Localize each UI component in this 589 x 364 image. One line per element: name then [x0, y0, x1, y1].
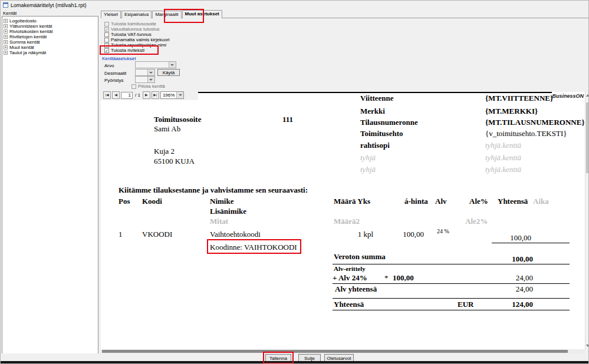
- doc-field-label: tyhjä: [360, 153, 376, 163]
- window-title: Lomakemäärittelyt (mtilvah1.rpt): [11, 2, 87, 8]
- checkbox-icon[interactable]: [104, 38, 109, 42]
- option-valuuttatunnus-tulostus[interactable]: ✓ Valuuttatunnus tulostus: [104, 27, 160, 32]
- doc-field-value: {MT.MERKKI}: [485, 107, 538, 116]
- zoom-select[interactable]: 196%: [160, 91, 184, 99]
- option-piilota-kentta[interactable]: Piilota kenttä: [131, 84, 165, 89]
- chevron-down-icon: [170, 64, 174, 66]
- annotation-muut-asetukset-tab: [164, 9, 204, 23]
- doc-field-value: {MT.TILAUSNUMERONNE}: [485, 118, 585, 127]
- expand-icon[interactable]: +: [4, 51, 8, 55]
- vertical-scrollbar[interactable]: [585, 92, 589, 349]
- last-page-button[interactable]: ▶|: [152, 91, 159, 99]
- tree-item-label: Logotiedosto: [9, 18, 37, 24]
- page-total-label: / 1: [134, 92, 142, 98]
- col-header-lisanimike: Lisänimike: [210, 207, 246, 216]
- tree-item-label: Muut kentät: [9, 45, 34, 50]
- tree-item-logotiedosto[interactable]: + Logotiedosto: [4, 18, 97, 24]
- col-header-alv: Alv: [435, 197, 447, 206]
- title-bar: Lomakemäärittelyt (mtilvah1.rpt): [1, 1, 589, 9]
- first-page-button[interactable]: |◀: [103, 91, 111, 99]
- row-yhteensa: 100,00: [493, 233, 531, 243]
- settings-tabs: Yleiset Esipainatus Marginaalit Muut ase…: [101, 10, 223, 18]
- expand-icon[interactable]: +: [4, 40, 8, 44]
- tree-item-label: Riviotsikoiden kentät: [9, 29, 52, 34]
- delivery-address-label: Toimitusosoite: [154, 115, 201, 124]
- tree-item-ylatunnisteen-kentat[interactable]: + Ylätunnisteen kentät: [4, 24, 97, 29]
- summary-rule: [333, 283, 570, 284]
- pyoristys-label: Pyöristys: [104, 78, 123, 83]
- option-label: Tulosta VAT-tunnus: [111, 32, 152, 37]
- checkbox-icon[interactable]: [104, 22, 109, 27]
- option-tulosta-toimitusosoite[interactable]: Tulosta toimitusosoite: [104, 21, 156, 27]
- option-painamatta-valmis-kirjekuori[interactable]: Painamatta valmis kirjekuori: [104, 37, 170, 42]
- summary-rule: [333, 310, 570, 310]
- scroll-down-icon[interactable]: [586, 345, 589, 347]
- row-alv: 24 %: [437, 228, 449, 234]
- col-header-nimike: Nimike: [210, 197, 233, 206]
- option-label: Piilota kenttä: [138, 84, 165, 89]
- window-bottom-edge: [1, 361, 589, 364]
- row-nimike: Vaihtoehtokoodi: [210, 230, 261, 239]
- veroton-summa-value: 100,00: [512, 254, 533, 264]
- alv-row-base: 100,00: [393, 273, 414, 283]
- col-header-ale: Ale%: [469, 197, 488, 206]
- option-label: Tulosta toimitusosoite: [111, 21, 156, 27]
- alv-erittely-label: Alv-erittely: [334, 265, 366, 272]
- tree-item-label: Summa kentät: [9, 39, 40, 45]
- doc-field-label: Merkki: [360, 107, 385, 116]
- arvo-label: Arvo: [104, 63, 114, 68]
- tree-item-taulut-ja-nakymat[interactable]: + Taulut ja näkymät: [4, 50, 97, 55]
- zoom-value: 196%: [163, 92, 175, 98]
- annotation-tallenna-button: [263, 352, 294, 364]
- tree-item-label: Rivitietojen kentät: [9, 34, 47, 39]
- tree-item-rivitietojen-kentat[interactable]: + Rivitietojen kentät: [4, 34, 97, 39]
- app-icon: [3, 2, 8, 8]
- doc-field-value: tyhjä.kenttä: [485, 153, 521, 163]
- kayta-button[interactable]: Käytä: [157, 69, 180, 76]
- option-tulosta-vat-tunnus[interactable]: Tulosta VAT-tunnus: [104, 32, 152, 37]
- chevron-down-icon: [149, 72, 153, 74]
- tree-item-label: Ylätunnisteen kentät: [9, 24, 52, 29]
- summary-rule: [333, 298, 570, 299]
- fields-tree: + Logotiedosto + Ylätunnisteen kentät + …: [2, 16, 98, 354]
- checkbox-icon[interactable]: [104, 32, 109, 37]
- tree-item-riviotsikoiden-kentat[interactable]: + Riviotsikoiden kentät: [4, 29, 97, 34]
- vertical-scrollbar-thumb[interactable]: [586, 102, 589, 173]
- doc-field-label: tyhjä: [360, 165, 376, 174]
- row-pos: 1: [119, 230, 123, 239]
- alv-row-value: 24,00: [516, 273, 533, 283]
- delivery-name: Sami Ab: [154, 124, 180, 134]
- delivery-city: 65100 KUJA: [154, 157, 195, 166]
- desimaalit-dropdown[interactable]: [135, 69, 155, 76]
- expand-icon[interactable]: +: [4, 19, 8, 23]
- row-total-rule: [492, 243, 570, 243]
- col-header-ahinta: á-hinta: [404, 197, 428, 206]
- next-page-button[interactable]: ▶: [143, 91, 150, 99]
- horizontal-scrollbar-thumb[interactable]: [102, 350, 568, 353]
- arvo-dropdown[interactable]: [135, 61, 176, 68]
- expand-icon[interactable]: +: [4, 29, 8, 34]
- expand-icon[interactable]: +: [4, 45, 8, 49]
- doc-field-label: rahtisopi: [360, 141, 390, 150]
- chevron-down-icon: [179, 94, 182, 96]
- expand-icon[interactable]: +: [4, 35, 8, 39]
- pyoristys-dropdown[interactable]: [135, 76, 155, 83]
- tab-esipainatus[interactable]: Esipainatus: [121, 11, 152, 18]
- scroll-up-icon[interactable]: [586, 94, 589, 97]
- col-header-maara2: Määrä2: [334, 217, 360, 226]
- summary-block: Veroton summa 100,00 Alv-erittely + Alv …: [333, 252, 570, 311]
- row-maara: 1 kpl: [334, 230, 373, 239]
- checkbox-icon[interactable]: [131, 84, 136, 89]
- alv-yhteensa-label: Alv yhteensä: [335, 284, 377, 294]
- tab-yleiset[interactable]: Yleiset: [101, 11, 121, 18]
- tree-item-summa-kentat[interactable]: + Summa kentät: [4, 39, 97, 45]
- tree-item-muut-kentat[interactable]: + Muut kentät: [4, 45, 97, 50]
- col-header-ale2: Ale2%: [465, 217, 488, 226]
- preview-toolbar: |◀ ◀ / 1 ▶ ▶| 196%: [101, 90, 198, 100]
- annotation-tulosta-riviteksti: [100, 45, 159, 55]
- prev-page-button[interactable]: ◀: [112, 91, 120, 99]
- checkbox-icon[interactable]: ✓: [104, 27, 109, 32]
- page-number-input[interactable]: [121, 92, 133, 99]
- expand-icon[interactable]: +: [4, 24, 8, 28]
- horizontal-scrollbar[interactable]: [101, 349, 585, 353]
